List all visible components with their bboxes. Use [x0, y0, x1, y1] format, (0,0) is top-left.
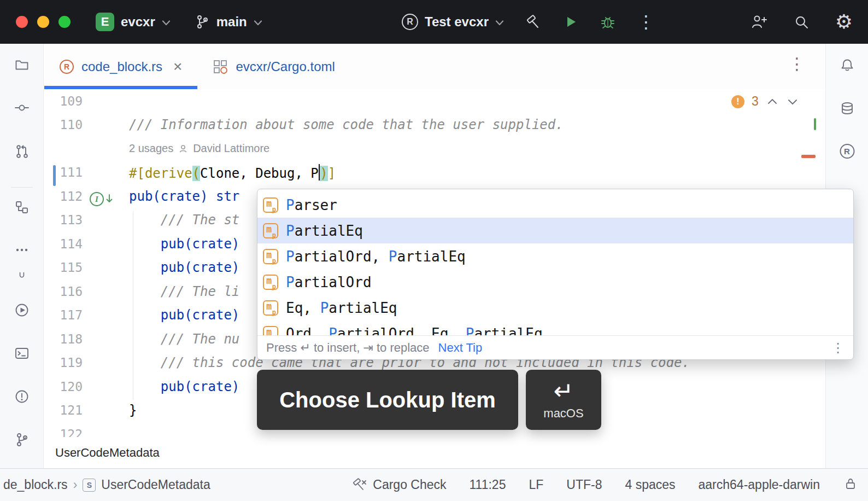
inlay-hint-row[interactable]: 2 usagesDavid Lattimore [44, 137, 825, 161]
close-tab-icon[interactable]: × [173, 59, 182, 74]
platform-label: macOS [543, 406, 583, 421]
run-button[interactable] [563, 14, 578, 30]
target-triple-widget[interactable]: aarch64-apple-darwin [699, 477, 820, 492]
problems-tool-button[interactable] [14, 389, 30, 404]
arrow-down-icon [105, 193, 113, 205]
window-titlebar: E evcxr main R Test evcxr [0, 0, 868, 44]
structure-tool-button[interactable] [14, 200, 30, 215]
more-actions-button[interactable]: ⋮ [637, 13, 655, 31]
chevron-down-icon [162, 20, 171, 26]
tab-code-block-rs[interactable]: R code_block.rs × [44, 44, 197, 89]
debug-button[interactable] [600, 14, 615, 30]
vcs-branch-selector[interactable]: main [195, 14, 262, 30]
bookmark-icon [15, 268, 28, 281]
build-button[interactable] [526, 14, 541, 30]
hammer-cross-icon [352, 477, 367, 493]
previous-problem-button[interactable] [766, 95, 779, 108]
version-control-tool-button[interactable] [14, 432, 30, 447]
structure-icon [14, 200, 30, 215]
completion-label: Ord, PartialOrd, Eq, PartialEq [286, 325, 543, 336]
implementation-gutter-icon[interactable]: I [90, 192, 113, 206]
line-number: 112 [44, 189, 83, 203]
run-configuration-selector[interactable]: R Test evcxr [402, 14, 504, 30]
completion-item[interactable]: mpParser [257, 192, 853, 218]
statusbar-symbol-name[interactable]: UserCodeMetadata [101, 477, 210, 492]
completion-item[interactable]: mpOrd, PartialOrd, Eq, PartialEq [257, 321, 853, 335]
completion-item[interactable]: mpEq, PartialEq [257, 295, 853, 321]
tab-cargo-toml[interactable]: evcxr/Cargo.toml [197, 44, 350, 89]
indent-widget[interactable]: 4 spaces [625, 477, 675, 492]
status-bar: de_block.rs › S UserCodeMetadata Cargo C… [0, 468, 868, 501]
zoom-window-button[interactable] [58, 16, 71, 28]
line-number: 115 [44, 260, 83, 275]
completion-footer: Press ↵ to insert, ⇥ to replace Next Tip… [257, 335, 853, 359]
completion-item[interactable]: mpPartialEq [257, 218, 853, 243]
readonly-toggle[interactable] [843, 476, 858, 494]
pull-request-icon [14, 144, 30, 159]
indent-guide [133, 211, 133, 400]
vcs-change-marker [53, 165, 56, 186]
scrollbar-mark-green [814, 118, 816, 130]
lock-icon [843, 476, 858, 491]
project-icon: E [96, 13, 114, 31]
code-with-me-button[interactable] [751, 14, 767, 30]
breadcrumb-separator: › [73, 477, 78, 492]
run-config-name: Test evcxr [425, 14, 489, 30]
statusbar-file-name[interactable]: de_block.rs [3, 477, 68, 492]
settings-button[interactable]: ⚙ [835, 12, 853, 32]
left-tool-rail [0, 44, 44, 468]
next-tip-link[interactable]: Next Tip [438, 341, 483, 355]
project-tool-button[interactable] [14, 57, 30, 73]
next-problem-button[interactable] [786, 95, 799, 108]
rust-tool-button[interactable]: R [840, 144, 854, 159]
project-name: evcxr [121, 14, 155, 30]
cargo-check-widget[interactable]: Cargo Check [352, 477, 446, 493]
encoding-widget[interactable]: UTF-8 [566, 477, 602, 492]
pull-requests-tool-button[interactable] [14, 144, 30, 159]
usages-hint[interactable]: 2 usages [129, 142, 173, 155]
close-window-button[interactable] [16, 16, 28, 28]
completion-label: Eq, PartialEq [286, 300, 397, 316]
code-line-109[interactable]: 109 [44, 89, 825, 113]
caret-position-widget[interactable]: 111:25 [470, 477, 506, 492]
breadcrumb-symbol[interactable]: UserCodeMetadata [55, 446, 160, 460]
inspection-widget[interactable]: ! 3 [731, 94, 799, 109]
services-tool-button[interactable] [14, 302, 30, 318]
scrollbar-mark-warning [801, 155, 816, 158]
more-dots-icon [14, 242, 30, 258]
bookmarks-tool-button[interactable] [15, 268, 28, 281]
line-number: 121 [44, 403, 83, 417]
git-branch-icon [14, 432, 30, 447]
code-line-110[interactable]: 110/// Information about some code that … [44, 113, 825, 137]
notifications-button[interactable] [840, 57, 855, 73]
add-user-icon [751, 14, 767, 30]
line-ending-widget[interactable]: LF [529, 477, 543, 492]
more-tool-windows-button[interactable] [14, 242, 30, 258]
line-number: 116 [44, 284, 83, 299]
folder-icon [14, 57, 30, 73]
completion-item[interactable]: mpPartialOrd, PartialEq [257, 243, 853, 269]
bell-icon [840, 57, 855, 73]
search-everywhere-button[interactable] [794, 14, 809, 30]
author-icon [178, 144, 188, 154]
completion-options-button[interactable]: ⋮ [831, 340, 844, 356]
code-line-111[interactable]: 111#[derive(Clone, Debug, P)] [44, 161, 825, 185]
minimize-window-button[interactable] [37, 16, 49, 28]
completion-label: PartialOrd, PartialEq [286, 248, 466, 265]
proc-macro-icon: mp [263, 275, 278, 290]
chevron-down-icon [495, 20, 504, 26]
proc-macro-icon: mp [263, 249, 278, 264]
database-tool-button[interactable] [840, 101, 855, 116]
completion-hint: Press ↵ to insert, ⇥ to replace [266, 341, 430, 355]
author-hint[interactable]: David Lattimore [193, 142, 269, 155]
terminal-tool-button[interactable] [14, 346, 30, 361]
completion-item[interactable]: mpPartialOrd [257, 269, 853, 295]
line-number: 120 [44, 380, 83, 394]
rail-divider [11, 187, 33, 188]
tab-options-button[interactable]: ⋮ [789, 56, 805, 72]
commit-tool-button[interactable] [14, 100, 30, 115]
run-circle-icon [14, 302, 30, 318]
project-selector[interactable]: E evcxr [96, 13, 171, 31]
line-number: 109 [44, 94, 83, 108]
action-tooltip: Choose Lookup Item [257, 370, 518, 430]
